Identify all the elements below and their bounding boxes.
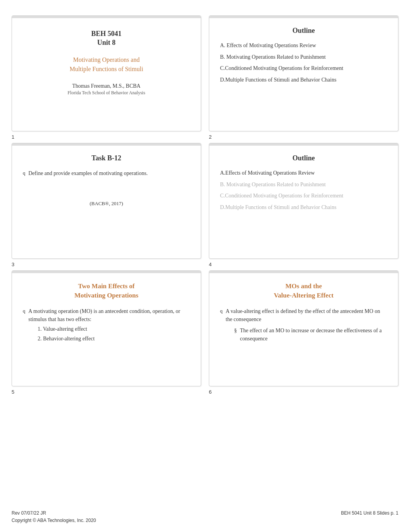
slide-wrapper-3: Task B-12 q Define and provide examples …	[12, 143, 201, 270]
slide-1-title: Motivating Operations and Multiple Funct…	[23, 55, 190, 74]
outline-item-4-0: A.Effects of Motivating Operations Revie…	[220, 169, 387, 177]
slide-3-title: Task B-12	[23, 154, 190, 162]
slide-6: MOs and the Value-Altering Effect q A va…	[209, 270, 398, 386]
slide-6-bullet-text: A value-altering effect is defined by th…	[226, 308, 380, 322]
slide-wrapper-2: Outline A. Effects of Motivating Operati…	[209, 15, 398, 143]
slide-5-sub-1: 2. Behavior-altering effect	[38, 335, 190, 343]
slide-3-bullet-0: q Define and provide examples of motivat…	[23, 169, 190, 177]
outline-item-2-2: C.Conditioned Motivating Operations for …	[220, 65, 387, 72]
slide-4-number: 4	[209, 262, 212, 267]
slide-6-header-bar	[209, 271, 398, 273]
slide-6-title-line1: MOs and the	[285, 282, 322, 290]
slide-6-sub-text: The effect of an MO to increase or decre…	[240, 326, 388, 343]
slide-4-header-bar	[209, 143, 398, 146]
slide-2-number: 2	[209, 134, 212, 140]
slide-4-title: Outline	[220, 154, 387, 162]
outline-item-2-3: D.Multiple Functions of Stimuli and Beha…	[220, 76, 387, 84]
slide-5-bullet-content: A motivating operation (MO) is an antece…	[29, 307, 190, 344]
slide-1-title-line2: Multiple Functions of Stimuli	[69, 66, 143, 72]
slide-wrapper-5: Two Main Effects of Motivating Operation…	[12, 270, 201, 398]
slide-1-unit: Unit 8	[23, 39, 190, 47]
slide-5-sub-list: 1. Value-altering effect 2. Behavior-alt…	[29, 325, 190, 343]
slide-wrapper-4: Outline A.Effects of Motivating Operatio…	[209, 143, 398, 270]
slide-5-bullet-0: q A motivating operation (MO) is an ante…	[23, 307, 190, 344]
footer: Rev 07/07/22 JR Copyright © ABA Technolo…	[12, 510, 398, 524]
slide-5-title-line2: Motivating Operations	[75, 292, 139, 299]
slide-1-institution: Florida Tech School of Behavior Analysis	[23, 90, 190, 96]
slide-5-sub-0: 1. Value-altering effect	[38, 325, 190, 333]
slide-3-citation: (BACB®, 2017)	[23, 201, 190, 207]
slide-3-number: 3	[12, 262, 14, 267]
slide-3-header-bar	[12, 143, 201, 146]
slide-1-number: 1	[12, 134, 14, 140]
slide-5-number: 5	[12, 389, 14, 395]
slide-6-bullet-0: q A value-altering effect is defined by …	[220, 307, 387, 343]
slide-5-title-line1: Two Main Effects of	[78, 282, 135, 290]
slide-6-number: 6	[209, 389, 212, 395]
slide-3-bullet-q: q	[23, 169, 25, 177]
slide-6-title: MOs and the Value-Altering Effect	[220, 282, 387, 300]
slide-2-header-bar	[209, 16, 398, 18]
slide-6-title-line2: Value-Altering Effect	[274, 292, 334, 299]
slide-1-course-code: BEH 5041	[23, 30, 190, 38]
slide-5-bullet-text: A motivating operation (MO) is an antece…	[29, 308, 180, 322]
slide-3-bullet-text: Define and provide examples of motivatin…	[29, 169, 148, 177]
slide-wrapper-1: BEH 5041 Unit 8 Motivating Operations an…	[12, 15, 201, 143]
outline-item-2-1: B. Motivating Operations Related to Puni…	[220, 53, 387, 61]
slide-5-title: Two Main Effects of Motivating Operation…	[23, 282, 190, 300]
slide-5-bullet-q: q	[23, 307, 25, 315]
slide-2-title: Outline	[220, 27, 387, 35]
footer-left-line2: Copyright © ABA Technologies, Inc. 2020	[12, 517, 96, 524]
slide-5-header-bar	[12, 271, 201, 273]
slide-4-outline-list: A.Effects of Motivating Operations Revie…	[220, 169, 387, 211]
footer-left: Rev 07/07/22 JR Copyright © ABA Technolo…	[12, 510, 96, 524]
outline-item-2-0: A. Effects of Motivating Operations Revi…	[220, 42, 387, 49]
footer-right-text: BEH 5041 Unit 8 Slides p. 1	[341, 510, 398, 517]
slide-4: Outline A.Effects of Motivating Operatio…	[209, 143, 398, 259]
slide-wrapper-6: MOs and the Value-Altering Effect q A va…	[209, 270, 398, 398]
slide-1-author: Thomas Freeman, M.S., BCBA	[23, 83, 190, 89]
slide-6-sub-symbol: §	[234, 326, 237, 335]
slide-5: Two Main Effects of Motivating Operation…	[12, 270, 201, 386]
slides-grid: BEH 5041 Unit 8 Motivating Operations an…	[12, 8, 398, 398]
footer-right: BEH 5041 Unit 8 Slides p. 1	[341, 510, 398, 524]
outline-item-4-3: D.Multiple Functions of Stimuli and Beha…	[220, 204, 387, 211]
outline-item-4-1: B. Motivating Operations Related to Puni…	[220, 181, 387, 189]
slide-1-header-bar	[12, 16, 201, 18]
slide-6-sub-bullet: § The effect of an MO to increase or dec…	[234, 326, 388, 343]
slide-3: Task B-12 q Define and provide examples …	[12, 143, 201, 259]
slide-1-title-line1: Motivating Operations and	[73, 56, 139, 63]
slide-1: BEH 5041 Unit 8 Motivating Operations an…	[12, 15, 201, 131]
slide-2-outline-list: A. Effects of Motivating Operations Revi…	[220, 42, 387, 83]
slide-6-bullet-content: A value-altering effect is defined by th…	[226, 307, 388, 343]
slide-6-bullet-q: q	[220, 307, 223, 315]
slide-2: Outline A. Effects of Motivating Operati…	[209, 15, 398, 131]
outline-item-4-2: C.Conditioned Motivating Operations for …	[220, 192, 387, 200]
footer-left-line1: Rev 07/07/22 JR	[12, 510, 96, 517]
